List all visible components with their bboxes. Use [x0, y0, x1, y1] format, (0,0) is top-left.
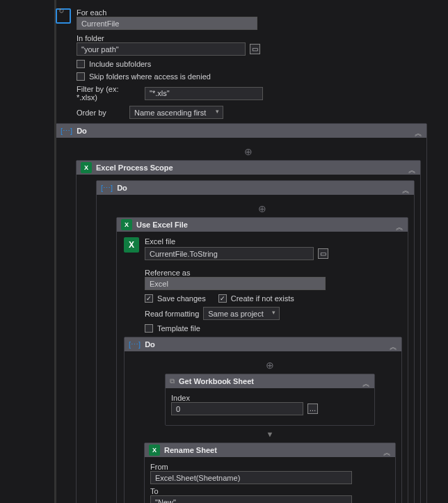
excel-icon: X [149, 445, 160, 456]
excel-file-label: Excel file [145, 237, 402, 246]
do-outer-title: Do [77, 124, 87, 138]
iterator-input[interactable]: CurrentFile [77, 17, 257, 30]
skip-denied-checkbox[interactable] [77, 72, 85, 81]
browse-folder-icon[interactable]: ▭ [250, 44, 260, 54]
browse-file-icon[interactable]: ▭ [318, 248, 328, 259]
rename-sheet-block: X Rename Sheet ︽ From Excel.Sheet(Sheetn… [144, 442, 396, 503]
grip-icon[interactable]: ⧉ [170, 374, 175, 388]
do-outer-block: [⋯] Do ︽ ⊕ X Excel Process Scope ︽ [⋯] D… [56, 123, 427, 503]
template-file-checkbox[interactable] [145, 324, 153, 333]
do-mid-block: [⋯] Do ︽ ⊕ X Use Excel File ︽ [96, 180, 415, 503]
chevron-up-icon[interactable]: ︽ [408, 163, 416, 177]
from-label: From [150, 463, 390, 471]
chevron-up-icon[interactable]: ︽ [402, 183, 410, 197]
excel-big-icon: X [124, 237, 139, 253]
chevron-up-icon[interactable]: ︽ [415, 126, 422, 140]
excel-process-scope-block: X Excel Process Scope ︽ [⋯] Do ︽ ⊕ [76, 160, 421, 503]
order-by-dropdown[interactable]: Name ascending first [129, 106, 223, 119]
in-folder-input[interactable]: "your path" [77, 42, 246, 56]
filter-label: Filter by (ex: *.xlsx) [77, 85, 141, 102]
in-folder-label: In folder [77, 34, 427, 42]
excel-icon: X [121, 219, 132, 230]
use-excel-file-block: X Use Excel File ︽ X Excel file [116, 217, 408, 503]
excel-scope-title: Excel Process Scope [96, 161, 173, 175]
do-icon: [⋯] [101, 181, 113, 195]
chevron-up-icon[interactable]: ︽ [362, 376, 370, 390]
reference-as-label: Reference as [145, 269, 402, 277]
for-each-icon [56, 8, 71, 24]
create-if-not-exists-label: Create if not exists [231, 294, 294, 303]
index-input[interactable]: 0 [171, 402, 303, 415]
reference-as-input[interactable]: Excel [145, 277, 326, 290]
get-workbook-sheet-block: ⧉ Get Workbook Sheet ︽ Index 0 [165, 374, 375, 426]
save-changes-label: Save changes [157, 294, 206, 303]
order-by-label: Order by [77, 109, 125, 117]
include-subfolders-label: Include subfolders [89, 60, 151, 68]
excel-icon: X [81, 162, 92, 173]
for-each-block: For each CurrentFile In folder "your pat… [56, 8, 427, 119]
index-label: Index [171, 394, 369, 402]
create-if-not-exists-checkbox[interactable]: ✓ [218, 294, 227, 303]
template-file-label: Template file [157, 324, 200, 333]
include-subfolders-checkbox[interactable] [77, 60, 85, 68]
chevron-up-icon[interactable]: ︽ [396, 220, 403, 234]
chevron-up-icon[interactable]: ︽ [390, 340, 397, 353]
for-each-title: For each [77, 8, 427, 17]
add-icon[interactable]: ⊕ [116, 203, 408, 214]
save-changes-checkbox[interactable]: ✓ [145, 294, 153, 303]
read-formatting-dropdown[interactable]: Same as project [203, 307, 280, 320]
index-more-icon[interactable]: … [307, 404, 318, 414]
from-input[interactable]: Excel.Sheet(Sheetname) [150, 471, 352, 484]
do-icon: [⋯] [129, 337, 141, 351]
to-input[interactable]: "New" [150, 495, 352, 503]
use-excel-title: Use Excel File [136, 218, 188, 232]
add-icon[interactable]: ⊕ [144, 360, 396, 371]
do-icon: [⋯] [61, 124, 72, 138]
skip-denied-label: Skip folders where access is denied [89, 72, 211, 81]
do-mid-title: Do [117, 181, 127, 195]
rename-title: Rename Sheet [164, 443, 217, 457]
do-inner-title: Do [145, 337, 155, 351]
to-label: To [150, 487, 390, 495]
get-sheet-title: Get Workbook Sheet [179, 374, 254, 388]
do-inner-block: [⋯] Do ︽ ⊕ ⧉ [124, 337, 402, 503]
add-icon[interactable]: ⊕ [76, 146, 421, 157]
arrow-down-icon: ▼ [144, 430, 396, 438]
read-formatting-label: Read formatting [145, 310, 199, 318]
filter-input[interactable]: "*.xls" [145, 87, 263, 100]
chevron-up-icon[interactable]: ︽ [383, 445, 391, 459]
excel-file-input[interactable]: CurrentFile.ToString [145, 247, 314, 260]
